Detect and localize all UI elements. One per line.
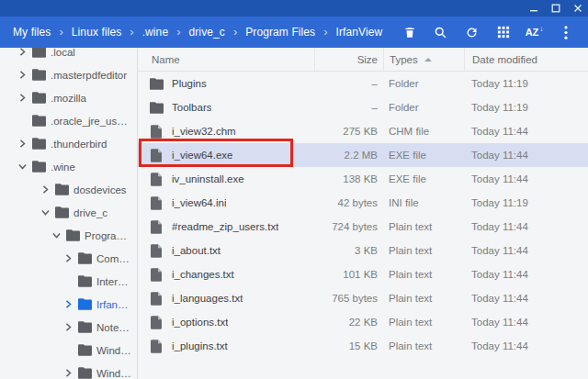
delete-icon[interactable] [401,25,417,40]
maximize-icon[interactable] [550,4,560,14]
sidebar-item-program-files[interactable]: Program Files [0,224,137,247]
file-type: Folder [383,102,464,113]
chevron-right-icon[interactable] [62,252,74,264]
breadcrumb-item-irfanview[interactable]: IrfanView [336,26,383,39]
sidebar-item-masterpdfeditor[interactable]: .masterpdfeditor [0,63,137,86]
chevron-right-icon[interactable] [62,298,74,310]
chevron-right-icon[interactable] [62,321,74,333]
file-row-i-about-txt[interactable]: i_about.txt3 KBPlain textToday 11:44 [138,239,588,262]
chevron-right-icon[interactable] [17,48,28,58]
sidebar-item-label: Notepad++ [96,322,137,333]
sidebar-item-windows-m[interactable]: Windows M… [0,339,137,362]
chevron-right-icon[interactable] [62,367,74,379]
column-header-type[interactable]: Types [383,48,464,71]
sidebar-item-label: Internet Ex… [96,276,137,287]
sidebar-item-drive-c[interactable]: drive_c [0,201,137,224]
sidebar-item-dosdevices[interactable]: dosdevices [0,178,137,201]
chevron-down-icon[interactable] [51,229,62,241]
column-header-name[interactable]: Name [138,48,314,71]
sidebar-item-mozilla[interactable]: .mozilla [0,86,137,109]
sidebar-item-internet-ex[interactable]: Internet Ex… [0,270,137,293]
breadcrumb-item-program-files[interactable]: Program Files [245,26,315,39]
chevron-right-icon[interactable] [17,92,28,104]
folder-icon [77,297,92,312]
sidebar-item-local[interactable]: .local [0,48,137,63]
column-header-size[interactable]: Size [314,48,383,71]
breadcrumb: My files›Linux files›.wine›drive_c›Progr… [13,26,382,39]
search-icon[interactable] [433,25,448,40]
column-header-date[interactable]: Date modified [464,48,588,71]
breadcrumb-item-my-files[interactable]: My files [13,26,51,39]
chevron-down-icon[interactable] [17,161,28,173]
arrow-spacer [62,275,74,287]
sidebar-item-oracle-jre-usage[interactable]: .oracle_jre_usage [0,109,137,132]
file-icon [149,291,164,306]
folder-icon [54,206,69,220]
folder-icon [65,229,80,243]
file-name-cell: i_view64.exe [138,148,314,162]
file-row-i-changes-txt[interactable]: i_changes.txt101 KBPlain textToday 11:44 [138,262,588,286]
file-name: i_changes.txt [172,269,234,280]
sidebar-item-label: Windows NT [96,368,137,379]
sidebar-item-notepad[interactable]: Notepad++ [0,316,137,339]
file-row-i-view64-exe[interactable]: i_view64.exe2.2 MBEXE fileToday 11:44 [138,143,588,167]
sidebar-item-irfanview[interactable]: IrfanView [0,293,137,316]
file-date: Today 11:44 [464,340,588,351]
sidebar-item-label: .thunderbird [51,139,110,150]
chevron-right-icon[interactable] [40,184,51,195]
file-name: i_view64.ini [172,197,226,208]
refresh-icon[interactable] [464,25,480,40]
sidebar-item-common-fi[interactable]: Common Fi… [0,247,137,270]
grid-view-icon[interactable] [495,25,511,40]
chevron-right-icon[interactable] [17,69,28,81]
window-titlebar [0,0,588,17]
file-row-i-plugins-txt[interactable]: i_plugins.txt15 KBPlain textToday 11:44 [138,334,588,358]
file-row-toolbars[interactable]: Toolbars–FolderToday 11:19 [138,95,588,119]
file-row-i-options-txt[interactable]: i_options.txt22 KBPlain textToday 11:44 [138,310,588,334]
file-icon [149,267,164,282]
file-name-cell: iv_uninstall.exe [138,172,314,186]
folder-icon [77,320,92,335]
file-name-cell: i_view64.ini [138,195,314,210]
close-icon[interactable] [572,4,582,14]
breadcrumb-item-wine[interactable]: .wine [142,26,169,39]
more-menu-icon[interactable] [558,25,573,40]
sort-asc-icon [424,58,432,61]
file-size: 3 KB [314,245,383,256]
chevron-down-icon[interactable] [40,206,51,218]
file-row-i-view64-ini[interactable]: i_view64.ini42 bytesINI fileToday 11:19 [138,191,588,215]
sort-az-icon[interactable]: AZ↓ [526,25,542,40]
file-name: i_view32.chm [172,126,236,137]
file-size: 42 bytes [314,197,383,208]
file-row-plugins[interactable]: Plugins–FolderToday 11:19 [138,72,588,95]
sidebar-item-label: Program Files [85,230,137,241]
file-size: – [314,102,383,113]
breadcrumb-item-drive-c[interactable]: drive_c [189,26,225,39]
sidebar-item-wine[interactable]: .wine [0,155,137,178]
file-icon [149,243,164,258]
sidebar-item-thunderbird[interactable]: .thunderbird [0,132,137,155]
file-type: Plain text [383,221,464,232]
file-date: Today 11:44 [464,221,588,232]
file-date: Today 11:19 [464,102,588,113]
file-row-i-view32-chm[interactable]: i_view32.chm275 KBCHM fileToday 11:44 [138,119,588,143]
file-row-i-languages-txt[interactable]: i_languages.txt765 bytesPlain textToday … [138,286,588,310]
chevron-right-icon[interactable] [17,138,28,150]
file-size: 101 KB [314,269,383,280]
file-icon [149,339,164,353]
file-name-cell: i_options.txt [138,315,314,329]
sidebar-item-label: Windows M… [96,345,137,356]
file-name-cell: i_plugins.txt [138,339,314,353]
file-size: 2.2 MB [314,150,383,161]
breadcrumb-item-linux-files[interactable]: Linux files [72,26,121,39]
folder-icon [31,91,46,106]
file-type: Plain text [383,340,464,351]
file-size: 275 KB [314,126,383,137]
file-name: i_options.txt [172,317,228,328]
sidebar-item-windows-nt[interactable]: Windows NT [0,362,137,379]
file-name: iv_uninstall.exe [172,173,244,184]
file-row-readme-zip-users-txt[interactable]: #readme_zip_users.txt724 bytesPlain text… [138,215,588,239]
file-row-iv-uninstall-exe[interactable]: iv_uninstall.exe138 KBEXE fileToday 11:4… [138,167,588,191]
file-name-cell: i_view32.chm [138,124,314,139]
minimize-icon[interactable] [528,4,538,14]
